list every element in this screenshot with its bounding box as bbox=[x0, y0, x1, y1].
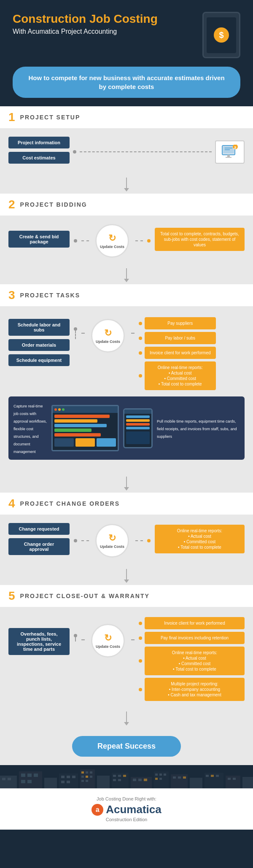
dot-3-3 bbox=[139, 351, 142, 355]
svg-rect-16 bbox=[21, 780, 25, 783]
tagline-section: How to compete for new business with acc… bbox=[0, 67, 253, 106]
v-connector-1-2 bbox=[0, 175, 253, 194]
multi-project-box: Multiple project reporting: • Inter-comp… bbox=[145, 678, 245, 701]
section-3-body: Schedule labor and subs Order materials … bbox=[0, 306, 253, 474]
cost-estimates-btn[interactable]: Cost estimates bbox=[8, 152, 70, 164]
v-line bbox=[126, 268, 127, 279]
dot-5-4 bbox=[139, 688, 142, 691]
svg-rect-57 bbox=[206, 775, 209, 777]
svg-rect-28 bbox=[90, 771, 92, 774]
svg-rect-55 bbox=[190, 778, 202, 788]
s2-flow: Create & send bid package ↻ Update Costs… bbox=[8, 224, 245, 258]
update-costs-2: ↻ Update Costs bbox=[95, 224, 129, 258]
pay-labor-box: Pay labor / subs bbox=[145, 332, 216, 344]
s1-center: $ bbox=[215, 140, 245, 164]
svg-rect-34 bbox=[97, 776, 110, 788]
dash-m-5 bbox=[81, 639, 85, 640]
svg-rect-61 bbox=[228, 778, 231, 780]
v-line bbox=[126, 178, 127, 188]
repeat-success-section: Repeat Success bbox=[0, 728, 253, 765]
svg-rect-59 bbox=[216, 775, 219, 777]
monitor-content bbox=[53, 413, 118, 448]
s5-flow: Overheads, fees, punch lists, inspection… bbox=[8, 615, 245, 701]
svg-rect-31 bbox=[90, 776, 92, 778]
overheads-btn[interactable]: Overheads, fees, punch lists, inspection… bbox=[8, 628, 70, 655]
dot-5-1 bbox=[139, 622, 142, 625]
dash-v-5 bbox=[75, 637, 76, 642]
svg-rect-49 bbox=[155, 778, 158, 780]
section-1-body: Project information Cost estimates bbox=[0, 128, 253, 175]
create-send-bid-btn[interactable]: Create & send bid package bbox=[8, 231, 70, 248]
s3-right-row-3: Invoice client for work performed bbox=[139, 347, 216, 359]
caption-right: Pull mobile time reports, equipment time… bbox=[157, 419, 237, 439]
pay-final-box: Pay final invoices including retention bbox=[145, 632, 245, 644]
schedule-equipment-btn[interactable]: Schedule equipment bbox=[8, 354, 70, 366]
s4-right-box: Online real-time reports: • Actual cost … bbox=[155, 525, 245, 553]
repeat-success-btn[interactable]: Repeat Success bbox=[72, 736, 181, 757]
svg-rect-60 bbox=[226, 776, 240, 788]
s2-right-box: Total cost to complete, contracts, budge… bbox=[155, 228, 245, 251]
v-arrow bbox=[124, 487, 129, 491]
connector-dot-2a bbox=[74, 239, 77, 243]
section-5-number: 5 bbox=[8, 590, 15, 602]
svg-rect-33 bbox=[86, 780, 88, 782]
connector-dot-3a bbox=[74, 327, 77, 331]
dash-left bbox=[81, 240, 89, 241]
section-2-number: 2 bbox=[8, 199, 15, 210]
svg-rect-39 bbox=[113, 779, 116, 781]
section-1-header: 1 PROJECT SETUP bbox=[0, 106, 253, 128]
svg-rect-22 bbox=[72, 776, 75, 778]
change-order-approval-btn[interactable]: Change order approval bbox=[8, 538, 70, 555]
section-3-number: 3 bbox=[8, 289, 15, 301]
update-costs-3: ↻ Update Costs bbox=[91, 319, 125, 353]
mc-row-3 bbox=[54, 424, 107, 427]
connector-dot-2b bbox=[147, 239, 151, 243]
s1-flow: Project information Cost estimates bbox=[8, 137, 245, 167]
dash-v-3 bbox=[75, 331, 76, 339]
s3-right-row-4: Online real-time reports: • Actual cost … bbox=[139, 361, 216, 390]
schedule-labor-btn[interactable]: Schedule labor and subs bbox=[8, 319, 70, 336]
svg-rect-29 bbox=[81, 776, 84, 778]
mc-row-4 bbox=[54, 429, 92, 432]
s4-left: Change requested Change order approval bbox=[8, 523, 70, 558]
footer-sub: Construction Edition bbox=[8, 817, 245, 822]
s5-middle: ↻ Update Costs bbox=[89, 615, 127, 658]
svg-rect-24 bbox=[67, 781, 70, 783]
v-connector-3-4 bbox=[0, 474, 253, 493]
reports-box-3: Online real-time reports: • Actual cost … bbox=[145, 361, 216, 390]
project-information-btn[interactable]: Project information bbox=[8, 137, 70, 148]
svg-rect-36 bbox=[113, 775, 116, 777]
svg-rect-11 bbox=[8, 778, 11, 780]
section-1: 1 PROJECT SETUP Project information Cost… bbox=[0, 106, 253, 175]
section-3-title: PROJECT TASKS bbox=[20, 292, 80, 299]
v-arrow bbox=[124, 580, 129, 583]
s2-middle: ↻ Update Costs bbox=[93, 224, 131, 258]
dash-r-5 bbox=[131, 639, 135, 640]
section-5-header: 5 PROJECT CLOSE-OUT & WARRANTY bbox=[0, 585, 253, 607]
dashed-line-1 bbox=[80, 151, 212, 152]
svg-rect-5 bbox=[226, 157, 231, 158]
dot-red bbox=[54, 408, 57, 411]
section-2: 2 PROJECT BIDDING Create & send bid pack… bbox=[0, 194, 253, 266]
device-screen: $ bbox=[207, 17, 236, 53]
s2-left: Create & send bid package bbox=[8, 231, 70, 251]
main-content: 1 PROJECT SETUP Project information Cost… bbox=[0, 106, 253, 788]
svg-rect-14 bbox=[27, 774, 32, 777]
footer-label: Job Costing Done Right with: bbox=[8, 796, 245, 801]
section-4: 4 PROJECT CHANGE ORDERS Change requested… bbox=[0, 493, 253, 567]
device-icon: $ bbox=[202, 12, 240, 58]
refresh-icon-5: ↻ bbox=[104, 633, 112, 644]
dot-yellow bbox=[58, 408, 61, 411]
invoice-client-s5-box: Invoice client for work performed bbox=[145, 617, 245, 629]
mc-row-1 bbox=[54, 415, 110, 418]
change-requested-btn[interactable]: Change requested bbox=[8, 523, 70, 535]
svg-rect-51 bbox=[171, 774, 188, 788]
s5-right: Invoice client for work performed Pay fi… bbox=[139, 617, 245, 701]
order-materials-btn[interactable]: Order materials bbox=[8, 339, 70, 351]
update-costs-label-5: Update Costs bbox=[96, 644, 120, 649]
tagline-bubble: How to compete for new business with acc… bbox=[13, 67, 240, 98]
s3-right-row-1: Pay suppliers bbox=[139, 317, 216, 329]
s3-right-row-2: Pay labor / subs bbox=[139, 332, 216, 344]
caption-left-text: Capture real-time job costs with approva… bbox=[13, 402, 47, 455]
s5-right-row-2: Pay final invoices including retention bbox=[139, 632, 245, 644]
